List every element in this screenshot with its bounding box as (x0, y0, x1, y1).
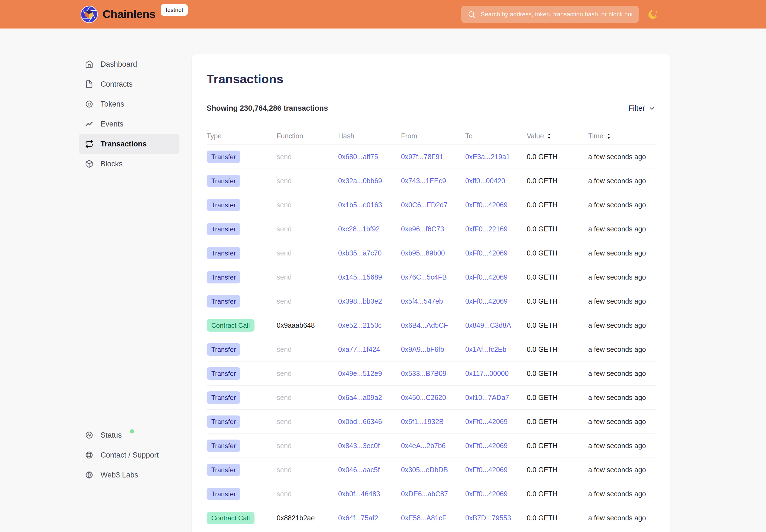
from-address-link[interactable]: 0xDE6...abC87 (401, 490, 448, 498)
function-cell: send (277, 466, 338, 474)
sidebar-item-events[interactable]: Events (79, 114, 179, 134)
hash-link[interactable]: 0x398...bb3e2 (338, 297, 382, 305)
sidebar-item-tokens[interactable]: Tokens (79, 94, 179, 114)
value-cell: 0.0 GETH (527, 490, 588, 498)
from-address-link[interactable]: 0x4eA...2b7b6 (401, 442, 446, 450)
from-address-link[interactable]: 0xe96...f6C73 (401, 225, 444, 233)
to-address-link[interactable]: 0xE3a...219a1 (465, 153, 510, 161)
hash-link[interactable]: 0x145...15689 (338, 273, 382, 281)
hash-link[interactable]: 0x680...aff75 (338, 153, 378, 161)
hash-link[interactable]: 0xe52...2150c (338, 321, 381, 329)
from-address-link[interactable]: 0xb95...89b00 (401, 249, 445, 257)
function-cell: send (277, 370, 338, 378)
sort-icon[interactable] (606, 133, 612, 139)
hash-link[interactable]: 0xb35...a7c70 (338, 249, 381, 257)
table-row: Transfer send 0x046...aac5f 0x305...eDbD… (207, 458, 656, 482)
global-search[interactable] (462, 6, 639, 23)
sidebar-item-contracts[interactable]: Contracts (79, 74, 179, 94)
type-badge: Transfer (207, 247, 240, 259)
chainlens-logo-icon (80, 6, 98, 23)
brand[interactable]: Chainlens testnet (80, 6, 188, 23)
from-address-link[interactable]: 0x6B4...Ad5CF (401, 321, 448, 329)
sidebar-item-transactions[interactable]: Transactions (79, 134, 179, 154)
table-row: Transfer send 0x32a...0bb69 0x743...1EEc… (207, 169, 656, 193)
time-cell: a few seconds ago (588, 249, 656, 257)
from-address-link[interactable]: 0x450...C2620 (401, 394, 446, 401)
type-badge: Transfer (207, 391, 240, 404)
type-badge: Transfer (207, 295, 240, 308)
function-cell: send (277, 345, 338, 353)
sidebar: Dashboard Contracts Tokens (79, 54, 179, 485)
hash-link[interactable]: 0x843...3ec0f (338, 442, 380, 450)
to-address-link[interactable]: 0xFf0...42069 (465, 273, 508, 281)
column-header-function: Function (277, 132, 338, 140)
value-cell: 0.0 GETH (527, 394, 588, 402)
hash-link[interactable]: 0x32a...0bb69 (338, 177, 382, 185)
sidebar-item-label: Dashboard (100, 60, 137, 69)
type-badge: Transfer (207, 464, 240, 476)
column-header-value[interactable]: Value (527, 132, 588, 140)
value-cell: 0.0 GETH (527, 418, 588, 426)
to-address-link[interactable]: 0x849...C3d8A (465, 321, 511, 329)
from-address-link[interactable]: 0x9A9...bF6fb (401, 345, 444, 353)
table-row: Transfer send 0xb0f...46483 0xDE6...abC8… (207, 482, 656, 506)
hash-link[interactable]: 0x49e...512e9 (338, 370, 382, 377)
hash-link[interactable]: 0xc28...1bf92 (338, 225, 380, 233)
sidebar-item-contact-support[interactable]: Contact / Support (79, 445, 179, 465)
hash-link[interactable]: 0x1b5...e0163 (338, 201, 382, 209)
to-address-link[interactable]: 0xFf0...42069 (465, 418, 508, 425)
function-cell: send (277, 490, 338, 498)
table-row: Transfer send 0x0bd...66346 0x5f1...1932… (207, 410, 656, 434)
sidebar-item-web3-labs[interactable]: Web3 Labs (79, 465, 179, 485)
hash-link[interactable]: 0x64f...75af2 (338, 514, 378, 522)
to-address-link[interactable]: 0xB7D...79553 (465, 514, 511, 522)
table-row: Contract Call 0x9aaab648 0xe52...2150c 0… (207, 313, 656, 337)
from-address-link[interactable]: 0x743...1EEc9 (401, 177, 446, 185)
to-address-link[interactable]: 0xFf0...42069 (465, 201, 508, 209)
hash-link[interactable]: 0x6a4...a09a2 (338, 394, 382, 401)
time-cell: a few seconds ago (588, 321, 656, 329)
from-address-link[interactable]: 0x0C6...FD2d7 (401, 201, 448, 209)
hash-link[interactable]: 0x046...aac5f (338, 466, 380, 474)
from-address-link[interactable]: 0x76C...5c4FB (401, 273, 447, 281)
filter-button[interactable]: Filter (628, 104, 656, 113)
to-address-link[interactable]: 0xfF0...22169 (465, 225, 508, 233)
chevron-down-icon (648, 105, 656, 112)
to-address-link[interactable]: 0xf10...7ADa7 (465, 394, 509, 401)
sidebar-item-blocks[interactable]: Blocks (79, 154, 179, 174)
from-address-link[interactable]: 0x97f...78F91 (401, 153, 444, 161)
sidebar-item-status[interactable]: Status (79, 425, 179, 445)
to-address-link[interactable]: 0xff0...00420 (465, 177, 505, 185)
to-address-link[interactable]: 0xFf0...42069 (465, 466, 508, 474)
from-address-link[interactable]: 0x5f4...547eb (401, 297, 443, 305)
table-row: Transfer send 0x398...bb3e2 0x5f4...547e… (207, 289, 656, 313)
hash-link[interactable]: 0xb0f...46483 (338, 490, 380, 498)
to-address-link[interactable]: 0xFf0...42069 (465, 249, 508, 257)
from-address-link[interactable]: 0x305...eDbDB (401, 466, 448, 474)
to-address-link[interactable]: 0x1Af...fc2Eb (465, 345, 507, 353)
sort-icon[interactable] (546, 133, 552, 139)
to-address-link[interactable]: 0xFf0...42069 (465, 490, 508, 498)
time-cell: a few seconds ago (588, 273, 656, 281)
to-address-link[interactable]: 0x117...00000 (465, 370, 509, 377)
sidebar-item-label: Contracts (100, 80, 133, 89)
from-address-link[interactable]: 0x533...B7B09 (401, 370, 447, 377)
value-cell: 0.0 GETH (527, 321, 588, 329)
network-badge: testnet (161, 4, 188, 16)
from-address-link[interactable]: 0xE58...A81cF (401, 514, 447, 522)
search-input[interactable] (480, 11, 633, 18)
time-cell: a few seconds ago (588, 370, 656, 378)
sidebar-item-label: Transactions (100, 140, 147, 148)
time-cell: a few seconds ago (588, 418, 656, 426)
from-address-link[interactable]: 0x5f1...1932B (401, 418, 444, 425)
function-cell: send (277, 249, 338, 257)
hash-link[interactable]: 0x0bd...66346 (338, 418, 382, 425)
sidebar-footer: Status Contact / Support (79, 425, 179, 485)
dark-mode-toggle[interactable] (647, 8, 660, 21)
column-header-time[interactable]: Time (588, 132, 656, 140)
hash-link[interactable]: 0xa77...1f424 (338, 345, 380, 353)
function-cell: send (277, 273, 338, 281)
sidebar-item-dashboard[interactable]: Dashboard (79, 54, 179, 74)
to-address-link[interactable]: 0xFf0...42069 (465, 442, 508, 450)
to-address-link[interactable]: 0xFf0...42069 (465, 297, 508, 305)
